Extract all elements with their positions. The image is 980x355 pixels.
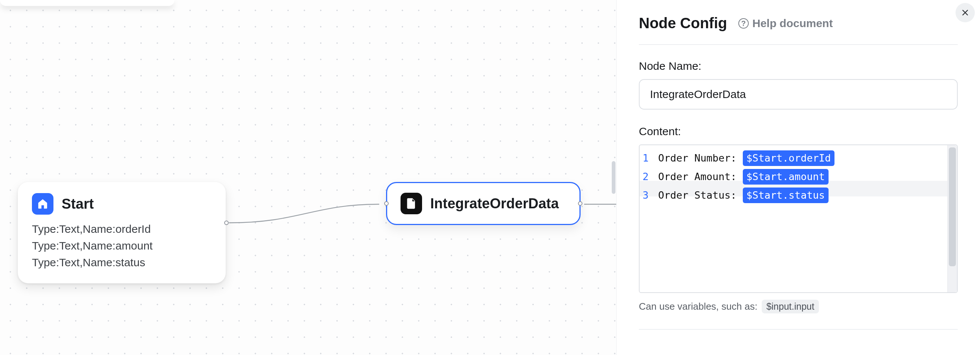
node-start-param: Type:Text,Name:status <box>32 254 210 271</box>
variable-hint-text: Can use variables, such as: <box>639 301 757 312</box>
help-icon: ? <box>738 18 749 29</box>
panel-resize-handle[interactable] <box>612 161 616 194</box>
editor-code[interactable]: Order Number: $Start.orderId Order Amoun… <box>656 145 947 292</box>
node-name-label: Node Name: <box>639 60 958 72</box>
scrollbar-thumb[interactable] <box>949 147 956 266</box>
node-integrate-title: IntegrateOrderData <box>430 196 559 212</box>
node-start[interactable]: Start Type:Text,Name:orderId Type:Text,N… <box>18 182 226 283</box>
help-document-link[interactable]: ? Help document <box>738 17 833 30</box>
panel-title: Node Config <box>639 15 727 32</box>
node-start-output-port[interactable] <box>224 221 229 225</box>
line-number: 3 <box>640 186 656 205</box>
node-integrate-output-port[interactable] <box>578 201 582 206</box>
line-number: 2 <box>640 167 656 186</box>
variable-hint-example: $input.input <box>762 300 819 314</box>
node-config-panel: Node Config ? Help document Node Name: C… <box>616 0 980 355</box>
node-name-input[interactable] <box>639 79 958 110</box>
editor-gutter: 1 2 3 <box>640 145 656 292</box>
variable-pill[interactable]: $Start.status <box>743 188 829 203</box>
home-icon <box>32 193 54 215</box>
editor-scrollbar[interactable] <box>947 145 957 292</box>
file-icon <box>401 193 422 214</box>
node-start-title: Start <box>62 196 94 212</box>
editor-line: Order Number: $Start.orderId <box>658 149 945 167</box>
node-start-param: Type:Text,Name:orderId <box>32 221 210 237</box>
line-number: 1 <box>640 149 656 167</box>
edges-layer <box>0 0 616 355</box>
workflow-canvas[interactable]: Start Type:Text,Name:orderId Type:Text,N… <box>0 0 616 355</box>
editor-line: Order Amount: $Start.amount <box>658 167 945 186</box>
help-document-label: Help document <box>752 17 833 30</box>
node-integrate-order-data[interactable]: IntegrateOrderData <box>386 182 581 225</box>
node-start-params: Type:Text,Name:orderId Type:Text,Name:am… <box>32 221 210 271</box>
variable-pill[interactable]: $Start.orderId <box>743 150 835 166</box>
variable-pill[interactable]: $Start.amount <box>743 169 829 185</box>
node-integrate-input-port[interactable] <box>384 201 389 206</box>
editor-line: Order Status: $Start.status <box>658 186 945 205</box>
content-editor[interactable]: 1 2 3 Order Number: $Start.orderId Order… <box>639 145 958 293</box>
content-label: Content: <box>639 125 958 138</box>
toolbar-fragment <box>0 0 175 6</box>
close-icon <box>961 8 970 17</box>
close-button[interactable] <box>956 3 975 22</box>
node-start-param: Type:Text,Name:amount <box>32 237 210 254</box>
